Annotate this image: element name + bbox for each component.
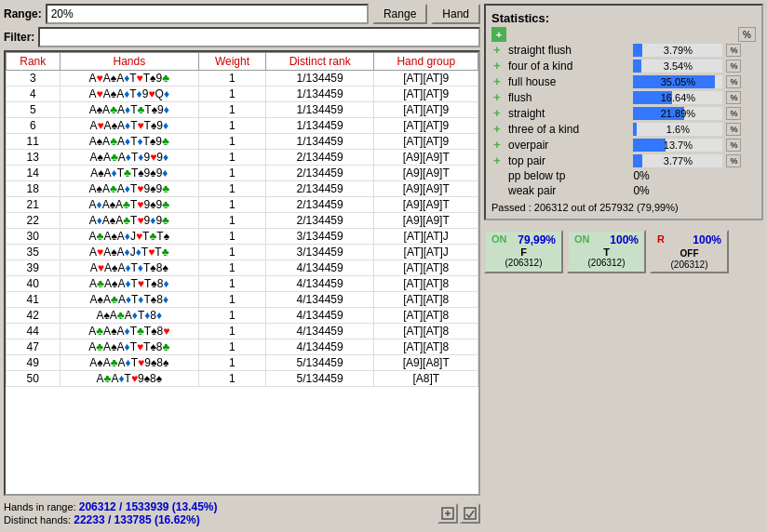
rank-cell: 47 [7, 339, 61, 355]
rank-cell: 18 [7, 181, 61, 197]
table-row: 22 A♦A♠A♣T♥9♦9♣ 1 2/134459 [A9][A9]T [7, 213, 478, 229]
hands-cell: A♠A♣A♦T♦8♦ [60, 308, 199, 324]
stat-expand-btn[interactable]: + [493, 153, 501, 167]
rank-cell: 6 [7, 118, 61, 134]
hand-group-cell: [A9][A9]T [374, 213, 478, 229]
weight-cell: 1 [199, 71, 266, 86]
stat-pct-btn-cell: % [724, 137, 756, 153]
hands-cell: A♥A♠A♦J♦T♥T♣ [60, 245, 199, 260]
hand-group-cell: [AT][AT]9 [374, 134, 478, 150]
stat-row: + flush 16.64% % [491, 89, 756, 105]
stat-pct-button[interactable]: % [726, 123, 741, 136]
hand-group-cell: [AT][AT]9 [374, 86, 478, 102]
hands-table: Rank Hands Weight Distinct rank Hand gro… [6, 52, 478, 387]
weight-cell: 1 [199, 308, 266, 324]
table-row: 39 A♥A♠A♦T♦T♠8♠ 1 4/134459 [AT][AT]8 [7, 260, 478, 276]
save-button[interactable] [460, 503, 480, 524]
right-panel: Statistics: + % + straight flush 3.79% %… [484, 4, 763, 528]
stat-pct-btn-cell: % [724, 105, 756, 121]
stat-name-cell: straight flush [506, 42, 631, 58]
rank-cell: 22 [7, 213, 61, 229]
weight-cell: 1 [199, 86, 266, 102]
stat-plus-cell: + [491, 73, 506, 89]
stat-expand-btn[interactable]: + [493, 90, 501, 104]
table-row: 18 A♠A♣A♦T♥9♠9♣ 1 2/134459 [A9][A9]T [7, 181, 478, 197]
onoff-value: 100% [610, 233, 639, 246]
stat-pct-btn-cell: % [724, 73, 756, 89]
weight-cell: 1 [199, 355, 266, 371]
hands-cell: A♠A♣A♦T♦T♠9♣ [60, 134, 199, 150]
rank-cell: 21 [7, 197, 61, 213]
stat-pct-button[interactable]: % [726, 75, 741, 88]
stat-name-cell: pp below tp [506, 168, 631, 183]
stat-bar-cell: 13.7% [631, 137, 724, 153]
stat-pct-button[interactable]: % [726, 91, 741, 104]
table-scroll[interactable]: Rank Hands Weight Distinct rank Hand gro… [6, 52, 478, 494]
stat-expand-btn[interactable]: + [493, 59, 501, 73]
hand-group-cell: [AT][AT]J [374, 245, 478, 260]
weight-cell: 1 [199, 371, 266, 387]
distinct-rank-cell: 5/134459 [265, 371, 374, 387]
weight-cell: 1 [199, 229, 266, 245]
onoff-btn-1[interactable]: ON 100% T (206312) [567, 230, 646, 273]
stat-expand-btn[interactable]: + [493, 106, 501, 120]
stat-name-cell: overpair [506, 137, 631, 153]
stat-empty-cell [491, 168, 506, 183]
onoff-btn-2[interactable]: R 100% OFF (206312) [650, 230, 729, 273]
statistics-table: + straight flush 3.79% % + four of a kin… [491, 42, 756, 198]
footer: Hands in range: 206312 / 1533939 (13.45%… [4, 499, 480, 528]
stats-pct-button[interactable]: % [738, 27, 756, 42]
hand-group-cell: [AT][AT]9 [374, 102, 478, 118]
hand-group-cell: [AT][AT]8 [374, 260, 478, 276]
stat-expand-btn[interactable]: + [493, 138, 501, 152]
hands-cell: A♦A♠A♣T♥9♦9♣ [60, 213, 199, 229]
filter-input[interactable] [38, 27, 480, 47]
onoff-sub: (206312) [491, 258, 556, 268]
export-icon [441, 507, 454, 520]
stat-pct-button[interactable]: % [726, 44, 741, 57]
statistics-title: Statistics: [491, 11, 756, 25]
stat-plus-cell: + [491, 105, 506, 121]
weight-cell: 1 [199, 181, 266, 197]
stat-pct-cell: 0% [631, 168, 724, 183]
filter-row: Filter: [4, 27, 480, 47]
col-weight[interactable]: Weight [199, 53, 266, 71]
weight-cell: 1 [199, 118, 266, 134]
rank-cell: 3 [7, 71, 61, 86]
table-row: 41 A♠A♣A♦T♦T♠8♦ 1 4/134459 [AT][AT]8 [7, 292, 478, 308]
stat-expand-btn[interactable]: + [493, 122, 501, 136]
range-input[interactable] [46, 4, 369, 24]
stat-expand-btn[interactable]: + [493, 74, 501, 88]
hands-cell: A♠A♣A♦T♥9♠8♠ [60, 355, 199, 371]
stat-expand-btn[interactable]: + [493, 43, 501, 57]
stat-pct-button[interactable]: % [726, 154, 741, 167]
hand-button[interactable]: Hand [431, 4, 480, 24]
stat-pct-button[interactable]: % [726, 60, 741, 73]
weight-cell: 1 [199, 134, 266, 150]
range-button[interactable]: Range [372, 4, 427, 24]
hand-group-cell: [A9][A9]T [374, 181, 478, 197]
stat-pct-btn-cell: % [724, 121, 756, 137]
hand-group-cell: [AT][AT]8 [374, 339, 478, 355]
col-rank[interactable]: Rank [7, 53, 61, 71]
table-row: 14 A♠A♦T♣T♠9♠9♦ 1 2/134459 [A9][A9]T [7, 166, 478, 181]
off-label: OFF [680, 248, 699, 259]
r-label: R [657, 233, 665, 246]
stat-pct-button[interactable]: % [726, 107, 741, 120]
table-row: 47 A♣A♠A♦T♥T♠8♣ 1 4/134459 [AT][AT]8 [7, 339, 478, 355]
stat-pct-button[interactable]: % [726, 139, 741, 152]
export-button[interactable] [437, 503, 458, 524]
hands-cell: A♠A♣A♦T♦9♥9♦ [60, 150, 199, 166]
col-hands[interactable]: Hands [60, 53, 199, 71]
stat-row: + straight flush 3.79% % [491, 42, 756, 58]
hands-cell: A♥A♠A♦T♥T♠9♣ [60, 71, 199, 86]
col-distinct-rank[interactable]: Distinct rank [265, 53, 374, 71]
stats-plus-button[interactable]: + [491, 27, 506, 42]
stat-pct-text: 16.64% [633, 91, 722, 104]
onoff-btn-0[interactable]: ON 79,99% F (206312) [484, 230, 563, 273]
hands-cell: A♣A♠A♦T♥T♠8♦ [60, 276, 199, 292]
col-hand-group[interactable]: Hand group [374, 53, 478, 71]
hands-cell: A♥A♠A♦T♦T♠8♠ [60, 260, 199, 276]
hands-cell: A♥A♠A♦T♥T♠9♦ [60, 118, 199, 134]
distinct-rank-cell: 1/134459 [265, 134, 374, 150]
